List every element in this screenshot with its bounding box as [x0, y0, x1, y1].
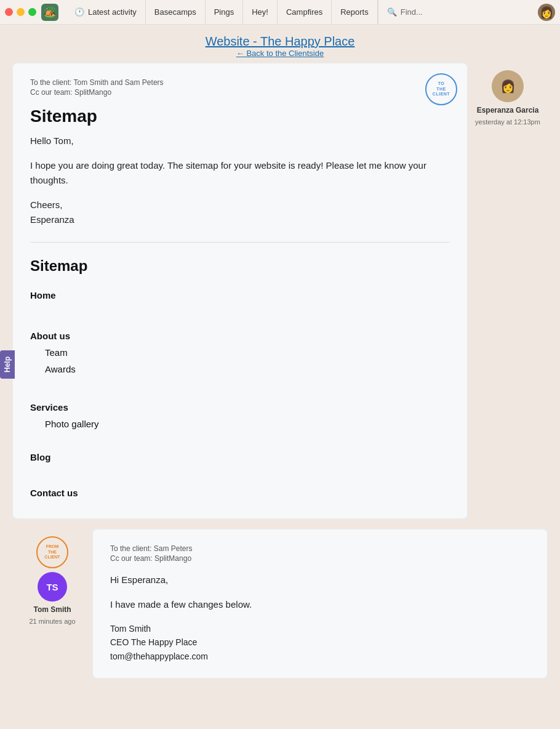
body-text: I hope you are doing great today. The si… [30, 158, 450, 188]
list-item: Blog [30, 449, 450, 465]
close-button[interactable] [5, 8, 13, 16]
list-item: Home [30, 287, 450, 304]
client-message-body: Hi Esperanza, I have made a few changes … [110, 573, 530, 612]
message-heading: Sitemap [30, 107, 450, 126]
author-avatar: 👩 [492, 70, 524, 102]
author-info-left: FROMTHECLIENT TS Tom Smith 21 minutes ag… [12, 536, 92, 625]
back-link[interactable]: ← Back to the Clientside [0, 49, 560, 58]
client-signature: Tom Smith CEO The Happy Place tom@thehap… [110, 622, 530, 663]
nav-hey[interactable]: Hey! [243, 0, 278, 25]
main-nav: 🕐 Latest activity Basecamps Pings Hey! C… [66, 0, 533, 25]
help-tab[interactable]: Help [0, 350, 15, 379]
main-content: TOTHECLIENT To the client: Tom Smith and… [0, 63, 560, 691]
client-to-line: To the client: Sam Peters [110, 544, 530, 553]
nav-campfires[interactable]: Campfires [278, 0, 332, 25]
nav-latest-activity[interactable]: 🕐 Latest activity [66, 0, 146, 25]
client-author-time: 21 minutes ago [29, 618, 75, 625]
clock-icon: 🕐 [74, 7, 84, 17]
message-divider [30, 242, 450, 243]
signature-title: CEO The Happy Place [110, 635, 530, 649]
client-greeting: Hi Esperanza, [110, 573, 530, 587]
maximize-button[interactable] [28, 8, 36, 16]
sitemap-section: Sitemap Home About us Team Awards Servic… [30, 257, 450, 501]
author-info-right: 👩 Esperanza Garcia yesterday at 12:13pm [468, 70, 548, 126]
client-cc-line: Cc our team: SplitMango [110, 554, 530, 563]
from-client-badge: FROMTHECLIENT [36, 536, 68, 568]
nav-reports[interactable]: Reports [332, 0, 378, 25]
sitemap-heading: Sitemap [30, 257, 450, 275]
topbar: 🏕️ 🕐 Latest activity Basecamps Pings Hey… [0, 0, 560, 25]
to-client-badge: TOTHECLIENT [425, 73, 457, 105]
client-avatar: TS [38, 572, 67, 602]
nav-pings[interactable]: Pings [206, 0, 244, 25]
minimize-button[interactable] [17, 8, 25, 16]
list-item: Services [30, 399, 450, 416]
page-title[interactable]: Website - The Happy Place [0, 34, 560, 49]
client-author-name: Tom Smith [33, 605, 71, 614]
message-card-1: TOTHECLIENT To the client: Tom Smith and… [12, 63, 468, 519]
nav-basecamps[interactable]: Basecamps [146, 0, 206, 25]
closing: Cheers, Esperanza [30, 198, 450, 227]
cc-line: Cc our team: SplitMango [30, 88, 450, 97]
author-time: yesterday at 12:13pm [475, 118, 540, 126]
app-icon: 🏕️ [41, 4, 58, 21]
list-item: Contact us [30, 485, 450, 501]
message-card-2: To the client: Sam Peters Cc our team: S… [92, 529, 548, 679]
client-body: I have made a few changes below. [110, 597, 530, 612]
author-name: Esperanza Garcia [477, 106, 539, 115]
traffic-lights [5, 8, 36, 16]
search-button[interactable]: 🔍 Find... [378, 0, 431, 25]
list-item: Photo gallery [30, 416, 450, 432]
message-body: Hello Tom, I hope you are doing great to… [30, 134, 450, 227]
search-icon: 🔍 [387, 7, 397, 17]
page-header: Website - The Happy Place ← Back to the … [0, 25, 560, 63]
list-item: Awards [30, 361, 450, 377]
signature-name: Tom Smith [110, 622, 530, 635]
list-item: About us [30, 328, 450, 344]
sitemap-list: Home About us Team Awards Services Photo… [30, 287, 450, 501]
list-item: Team [30, 344, 450, 361]
to-line: To the client: Tom Smith and Sam Peters [30, 78, 450, 87]
signature-email: tom@thehappyplace.com [110, 650, 530, 663]
greeting: Hello Tom, [30, 134, 450, 148]
user-avatar[interactable]: 👩 [538, 4, 555, 21]
